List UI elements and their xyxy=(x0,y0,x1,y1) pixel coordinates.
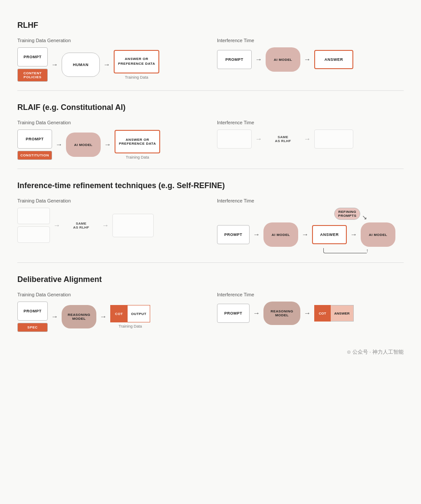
self-refine-inference: Interference Time REFININGPROMPTS ↘ PROM… xyxy=(217,198,404,254)
rlaif-prompt-stack: PROMPT CONSTITUTION xyxy=(17,129,52,160)
rlaif-same-rlhf-wrap: SAMEAS RLHF xyxy=(266,135,300,143)
rlhf-prompt-box: PROMPT xyxy=(17,47,48,66)
rlaif-inf-answer xyxy=(314,129,353,149)
rlaif-training-flow: PROMPT CONSTITUTION → AI MODEL → ANSWER … xyxy=(17,129,204,160)
deliberative-training-data-label: Training Data xyxy=(110,324,150,328)
sr-curved-arrow-back: ↑ xyxy=(323,248,368,254)
rlhf-inference: Interference Time PROMPT → AI MODEL → AN… xyxy=(217,38,404,72)
deliberative-prompt-stack: PROMPT SPEC xyxy=(17,302,48,332)
sr-inference-flow: PROMPT → AI MODEL → ANSWER → AI MODEL xyxy=(217,222,395,247)
self-refine-prompt-stack xyxy=(17,208,50,243)
self-refine-training-label: Training Data Generation xyxy=(17,198,204,203)
deliberative-inf-cot: COT xyxy=(314,305,331,322)
wechat-footer: ⊙ 公众号 · 神力人工智能 xyxy=(17,345,404,356)
deliberative-inference: Interference Time PROMPT → REASONING MOD… xyxy=(217,292,404,325)
rlhf-title: RLHF xyxy=(17,21,404,30)
rlhf-prompt-stack: PROMPT CONTENTPOLICIES xyxy=(17,47,48,82)
sr-inf-arrow1: → xyxy=(253,231,260,239)
rlhf-training-data-label: Training Data xyxy=(114,75,159,80)
rlhf-answer-wrap: ANSWER OR PREFERENCE DATA Training Data xyxy=(114,50,159,80)
deliberative-inf-prompt: PROMPT xyxy=(217,304,250,323)
rlhf-inf-answer: ANSWER xyxy=(314,50,353,69)
rlhf-training-flow: PROMPT CONTENTPOLICIES → HUMAN → ANSWER … xyxy=(17,47,204,82)
rlaif-prompt-box: PROMPT xyxy=(17,129,52,149)
rlhf-content-policies-tag: CONTENTPOLICIES xyxy=(17,69,48,82)
rlaif-inference: Interference Time → SAMEAS RLHF → xyxy=(217,120,404,149)
sr-same-rlhf-wrap: SAMEAS RLHF xyxy=(64,222,99,229)
deliberative-arrow2: → xyxy=(100,313,107,321)
rlhf-human-box: HUMAN xyxy=(62,53,100,77)
wechat-icon: ⊙ xyxy=(347,349,351,355)
rlhf-inf-arrow1: → xyxy=(255,56,262,63)
sr-curve-left xyxy=(323,248,367,253)
deliberative-inf-answer: ANSWER xyxy=(331,305,354,322)
sr-inf-arrow2: → xyxy=(302,231,309,239)
rlaif-section: RLAIF (e.g. Constitutional AI) Training … xyxy=(17,90,404,169)
rlaif-inf-prompt xyxy=(217,129,252,149)
wechat-label: 公众号 · 神力人工智能 xyxy=(352,349,404,355)
rlhf-inference-label: Interference Time xyxy=(217,38,404,43)
rlhf-inference-flow: PROMPT → AI MODEL → ANSWER xyxy=(217,47,404,72)
sr-arrow-up: ↑ xyxy=(366,248,368,254)
sr-refining-prompt-area: REFININGPROMPTS ↘ xyxy=(334,208,367,222)
rlaif-training-data-label: Training Data xyxy=(115,155,160,159)
deliberative-training-flow: PROMPT SPEC → REASONING MODEL → COT OUTP… xyxy=(17,302,204,332)
rlhf-answer-box: ANSWER OR PREFERENCE DATA xyxy=(114,50,159,73)
sr-prompt-box2 xyxy=(17,226,50,243)
rlaif-answer-box: ANSWER OR PREFERENCE DATA xyxy=(115,130,160,153)
deliberative-section: Deliberative Alignment Training Data Gen… xyxy=(17,262,404,341)
sr-same-rlhf: SAMEAS RLHF xyxy=(68,222,94,229)
deliberative-inf-arrow1: → xyxy=(253,309,260,317)
sr-ai-model2: AI MODEL xyxy=(361,222,395,247)
rlaif-same-rlhf: SAMEAS RLHF xyxy=(270,135,296,143)
rlhf-training-label: Training Data Generation xyxy=(17,38,204,43)
deliberative-reasoning-model: REASONING MODEL xyxy=(62,305,96,328)
sr-answer-box-inf: ANSWER xyxy=(312,225,347,244)
self-refine-training-flow: → SAMEAS RLHF → xyxy=(17,208,204,243)
rlhf-training: Training Data Generation PROMPT CONTENTP… xyxy=(17,38,204,82)
deliberative-cot-output-wrap: COT OUTPUT Training Data xyxy=(110,305,150,328)
rlhf-arrow1: → xyxy=(51,61,58,69)
self-refine-inference-label: Interference Time xyxy=(217,198,404,203)
sr-arrow1: → xyxy=(53,222,60,229)
rlaif-ai-model: AI MODEL xyxy=(66,133,101,157)
rlaif-training-label: Training Data Generation xyxy=(17,120,204,125)
rlhf-inf-prompt: PROMPT xyxy=(217,50,252,69)
deliberative-cot-right: OUTPUT xyxy=(127,305,150,322)
self-refine-title: Inference-time refinement techniques (e.… xyxy=(17,181,404,190)
deliberative-inference-label: Interference Time xyxy=(217,292,404,297)
deliberative-arrow1: → xyxy=(51,313,58,321)
deliberative-cot-answer-group: COT ANSWER xyxy=(314,305,354,322)
sr-arrow2: → xyxy=(102,222,109,229)
sr-inf-arrow3: → xyxy=(350,231,357,239)
sr-ai-model: AI MODEL xyxy=(263,222,298,247)
deliberative-title: Deliberative Alignment xyxy=(17,275,404,284)
sr-inference-container: REFININGPROMPTS ↘ PROMPT → AI MODEL → AN… xyxy=(217,208,404,254)
rlaif-training: Training Data Generation PROMPT CONSTITU… xyxy=(17,120,204,160)
refine-arrow-right: ↘ xyxy=(362,214,367,221)
rlaif-inf-arrow1: → xyxy=(255,135,262,143)
deliberative-prompt-box: PROMPT xyxy=(17,302,48,321)
deliberative-inf-arrow2: → xyxy=(304,309,311,317)
rlaif-inference-flow: → SAMEAS RLHF → xyxy=(217,129,404,149)
rlhf-arrow2: → xyxy=(103,61,110,69)
sr-prompt-box1 xyxy=(17,208,50,224)
deliberative-inf-reasoning: REASONING MODEL xyxy=(263,302,300,325)
deliberative-training: Training Data Generation PROMPT SPEC → R… xyxy=(17,292,204,332)
refining-prompts-box: REFININGPROMPTS xyxy=(334,208,360,220)
self-refine-section: Inference-time refinement techniques (e.… xyxy=(17,169,404,262)
rlaif-inference-label: Interference Time xyxy=(217,120,404,125)
rlhf-section: RLHF Training Data Generation PROMPT CON… xyxy=(17,9,404,90)
sr-inf-prompt: PROMPT xyxy=(217,225,250,244)
rlaif-arrow2: → xyxy=(104,141,111,149)
self-refine-training: Training Data Generation → SAMEAS RLHF → xyxy=(17,198,204,243)
rlhf-ai-model: AI MODEL xyxy=(266,47,300,72)
deliberative-inference-flow: PROMPT → REASONING MODEL → COT ANSWER xyxy=(217,302,404,325)
rlaif-answer-wrap: ANSWER OR PREFERENCE DATA Training Data xyxy=(115,130,160,159)
rlaif-constitution-tag: CONSTITUTION xyxy=(17,151,52,160)
rlaif-inf-arrow2: → xyxy=(304,135,311,143)
deliberative-cot-output: COT OUTPUT xyxy=(110,305,150,322)
rlhf-inf-arrow2: → xyxy=(304,56,311,63)
deliberative-training-label: Training Data Generation xyxy=(17,292,204,297)
rlaif-title: RLAIF (e.g. Constitutional AI) xyxy=(17,103,404,112)
